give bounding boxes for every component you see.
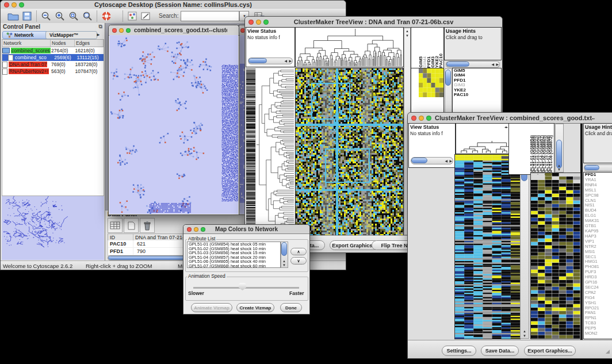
scrollbar-thumb[interactable] bbox=[248, 58, 267, 63]
gene-label[interactable]: MON2 bbox=[584, 331, 612, 336]
zoom-fit-button[interactable] bbox=[81, 9, 94, 23]
titlebar[interactable]: Cytoscape Desktop (Session Name: collins… bbox=[1, 1, 346, 9]
heatmap-canvas[interactable] bbox=[455, 155, 520, 339]
view-status-hscrollbar[interactable]: ◀ ▶ bbox=[248, 58, 293, 64]
zoom-window-button[interactable] bbox=[263, 20, 269, 25]
network-row[interactable]: combined_scores 2764(0) 16218(0) bbox=[2, 47, 104, 54]
column-label[interactable]: GPL51-03 (GSM856) bbox=[536, 135, 539, 174]
scroll-left-icon[interactable]: ◀ bbox=[284, 59, 287, 63]
search-input[interactable] bbox=[181, 11, 239, 21]
network-row[interactable]: DNA and Tran 07 769(0) 183728(0) bbox=[2, 61, 104, 68]
network-canvas[interactable] bbox=[109, 35, 238, 214]
attribute-list-vscrollbar[interactable]: ▲ ▼ bbox=[281, 242, 288, 268]
float-panel-icon[interactable]: ⧉ bbox=[99, 24, 102, 30]
tab-overflow-arrow[interactable]: ► bbox=[96, 32, 101, 37]
minimize-button[interactable] bbox=[194, 227, 198, 232]
heatmap-canvas[interactable] bbox=[296, 68, 403, 235]
animate-vizmap-button[interactable]: Animate Vizmap bbox=[191, 303, 232, 312]
scrollbar-thumb[interactable] bbox=[445, 70, 451, 86]
view-status-hscrollbar[interactable]: ◀ ▶ bbox=[411, 157, 453, 164]
scrollbar-thumb[interactable] bbox=[446, 62, 469, 67]
minimize-button[interactable] bbox=[419, 116, 424, 121]
column-dendrogram-canvas[interactable] bbox=[296, 28, 403, 67]
settings-button[interactable]: Settings... bbox=[442, 346, 476, 356]
minimize-button[interactable] bbox=[256, 20, 261, 25]
gene-order-strip-canvas[interactable] bbox=[246, 68, 255, 235]
network-table-header[interactable]: Network Nodes Edges bbox=[2, 40, 104, 47]
create-vizmap-button[interactable]: Create Vizmap bbox=[236, 303, 274, 312]
column-label[interactable]: GIM5 bbox=[418, 56, 422, 68]
scroll-up-icon[interactable]: ▲ bbox=[523, 329, 526, 333]
close-button[interactable] bbox=[112, 28, 117, 33]
scroll-up-icon[interactable]: ▲ bbox=[406, 29, 409, 33]
zoom-window-button[interactable] bbox=[126, 28, 131, 33]
column-label[interactable]: PAC10 bbox=[438, 53, 442, 68]
zoom-in-button[interactable] bbox=[53, 9, 67, 23]
zoom-selected-button[interactable] bbox=[67, 9, 81, 23]
scroll-down-icon[interactable]: ▼ bbox=[523, 334, 526, 338]
zoom-window-button[interactable] bbox=[19, 2, 24, 7]
attribute-listbox[interactable]: GPL51-01 (GSM854) heat shock 05 minGPL51… bbox=[187, 242, 281, 268]
close-button[interactable] bbox=[248, 20, 254, 25]
scroll-left-icon[interactable]: ◀ bbox=[445, 159, 447, 163]
column-label[interactable]: GPL51-08 (GSM872) bbox=[548, 135, 552, 174]
scroll-right-icon[interactable]: ▶ bbox=[496, 63, 499, 66]
attribute-select-button[interactable] bbox=[108, 218, 123, 233]
delete-attribute-button[interactable] bbox=[140, 218, 155, 233]
zoom-window-button[interactable] bbox=[201, 227, 205, 232]
scroll-up-icon[interactable]: ▲ bbox=[282, 259, 286, 263]
scrollbar-thumb[interactable] bbox=[411, 158, 427, 163]
network-overview-canvas[interactable] bbox=[2, 196, 104, 260]
move-down-button[interactable]: ∨ bbox=[290, 257, 307, 265]
annotation-button[interactable] bbox=[139, 9, 153, 23]
titlebar[interactable]: Map Colors to Network bbox=[183, 225, 309, 234]
tab-vizmapper[interactable]: VizMapper™ bbox=[45, 31, 97, 39]
save-data-button[interactable]: Save Data... bbox=[481, 346, 519, 356]
zoom-out-button[interactable] bbox=[39, 9, 53, 23]
move-up-button[interactable]: ∧ bbox=[290, 248, 307, 255]
slider-track[interactable] bbox=[193, 287, 299, 289]
scroll-down-icon[interactable]: ▼ bbox=[557, 168, 561, 171]
scroll-right-icon[interactable]: ▶ bbox=[449, 159, 452, 163]
hints-hscrollbar[interactable]: ◀ ▶ bbox=[446, 61, 500, 68]
pan-arrows-icon[interactable]: ◂▸ bbox=[504, 125, 508, 129]
close-button[interactable] bbox=[187, 227, 192, 232]
heatmap-vscrollbar[interactable]: ▲ ▼ bbox=[520, 155, 529, 339]
header-network[interactable]: Network bbox=[2, 40, 51, 47]
scroll-left-icon[interactable]: ◀ bbox=[491, 63, 494, 66]
gene-label[interactable]: PAC10 bbox=[453, 93, 501, 97]
export-graphics-button[interactable]: Export Graphics... bbox=[524, 346, 576, 356]
scroll-up-icon[interactable]: ▲ bbox=[557, 164, 561, 167]
titlebar[interactable]: combined_scores_good.txt--cluste... bbox=[109, 25, 239, 36]
network-row[interactable]: RNAPuberNov2+! 563(0) 107847(0) bbox=[2, 68, 104, 75]
zoom-heatmap-canvas[interactable] bbox=[531, 173, 580, 339]
new-attribute-button[interactable] bbox=[124, 218, 139, 233]
scroll-down-icon[interactable]: ▼ bbox=[406, 34, 409, 37]
network-import-button[interactable] bbox=[125, 9, 139, 23]
help-button[interactable] bbox=[100, 9, 113, 23]
column-label[interactable]: GIM4 bbox=[422, 56, 426, 68]
open-file-button[interactable] bbox=[6, 9, 20, 23]
header-edges[interactable]: Edges bbox=[75, 40, 104, 47]
resize-grip[interactable]: ◢ bbox=[606, 348, 610, 354]
header-nodes[interactable]: Nodes bbox=[51, 40, 75, 47]
zoom-window-button[interactable] bbox=[426, 116, 431, 121]
scrollbar-thumb[interactable] bbox=[281, 242, 287, 256]
hints-hscrollbar[interactable] bbox=[584, 164, 612, 171]
column-label[interactable]: YKE2 bbox=[434, 56, 438, 68]
scroll-down-icon[interactable]: ▼ bbox=[282, 263, 286, 267]
minimize-button[interactable] bbox=[12, 2, 17, 7]
done-button[interactable]: Done bbox=[280, 303, 302, 312]
titlebar[interactable]: ClusterMaker TreeView : DNA and Tran 07-… bbox=[245, 17, 502, 28]
column-label[interactable]: GPL51-06 (GSM865) bbox=[542, 135, 545, 174]
tab-network[interactable]: Network bbox=[2, 31, 51, 39]
column-label[interactable]: PFD1 bbox=[426, 56, 430, 68]
mini-heatmap-canvas[interactable] bbox=[419, 68, 443, 97]
row-dendrogram-canvas[interactable] bbox=[256, 68, 294, 235]
network-row[interactable]: combined_sco 2569(6) 13112(15) bbox=[2, 54, 104, 61]
minimize-button[interactable] bbox=[119, 28, 124, 33]
save-button[interactable] bbox=[20, 9, 34, 23]
titlebar[interactable]: ClusterMaker TreeView : combined_scores_… bbox=[408, 113, 612, 124]
scrollbar-thumb[interactable] bbox=[584, 165, 599, 170]
scroll-right-icon[interactable]: ▶ bbox=[289, 59, 292, 63]
